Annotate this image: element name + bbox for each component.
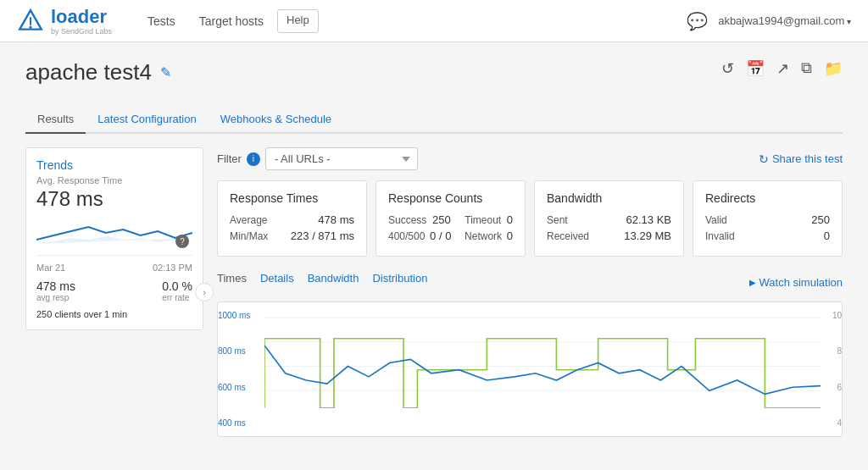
svg-point-2 xyxy=(29,25,31,28)
chart-tab-times[interactable]: Times xyxy=(217,268,247,288)
y-label-10: 10 xyxy=(825,311,842,320)
folder-icon[interactable]: 📁 xyxy=(824,59,843,78)
trends-meta: Mar 21 02:13 PM xyxy=(36,263,192,273)
trends-chart: ? xyxy=(36,214,192,248)
network-label: Network xyxy=(465,230,502,242)
trends-err-rate: 0.0 % xyxy=(162,279,192,293)
stat-card-response-times: Response Times Average 478 ms Min/Max 22… xyxy=(217,180,367,257)
stat-row-received: Received 13.29 MB xyxy=(547,229,671,242)
chart-tabs: Times Details Bandwidth Distribution xyxy=(217,268,427,288)
trends-wrapper: Trends Avg. Response Time 478 ms ? Mar 2… xyxy=(25,147,203,437)
y-label-600: 600 ms xyxy=(218,383,260,392)
navbar-right: 💬 akbajwa1994@gmail.com xyxy=(687,11,851,31)
network-value: 0 xyxy=(507,229,513,242)
stat-row-400500: 400/500 0 / 0 Network 0 xyxy=(388,229,513,242)
page-title: apache test4 xyxy=(25,59,152,86)
nav-help[interactable]: Help xyxy=(277,9,319,33)
filter-select[interactable]: - All URLs - xyxy=(265,147,418,170)
filter-label: Filter xyxy=(217,152,242,165)
minmax-label: Min/Max xyxy=(230,230,268,242)
y-label-400: 400 ms xyxy=(218,418,260,428)
trends-avg-label: Avg. Response Time xyxy=(36,175,192,185)
watch-simulation-link[interactable]: Watch simulation xyxy=(749,276,843,289)
chart-y-labels-left: 1000 ms 800 ms 600 ms 400 ms xyxy=(218,311,260,428)
chart-tab-bandwidth[interactable]: Bandwidth xyxy=(308,268,359,288)
redirects-title: Redirects xyxy=(705,191,830,205)
trends-panel: Trends Avg. Response Time 478 ms ? Mar 2… xyxy=(25,147,203,330)
trends-expand-arrow[interactable]: › xyxy=(195,283,214,301)
nav-target-hosts[interactable]: Target hosts xyxy=(189,9,274,33)
sent-value: 62.13 KB xyxy=(626,213,672,226)
stat-row-valid: Valid 250 xyxy=(705,213,830,226)
invalid-label: Invalid xyxy=(705,230,735,242)
y-label-1000: 1000 ms xyxy=(218,311,260,320)
tab-webhooks-schedule[interactable]: Webhooks & Schedule xyxy=(209,106,343,134)
copy-icon[interactable]: ⧉ xyxy=(801,59,812,78)
timeout-value: 0 xyxy=(507,213,513,226)
stat-cards: Response Times Average 478 ms Min/Max 22… xyxy=(217,180,843,257)
trends-stats: 478 ms avg resp 0.0 % err rate xyxy=(36,279,192,302)
trends-avg-resp-label: avg resp xyxy=(36,293,75,302)
y-label-6: 6 xyxy=(825,383,842,392)
response-times-title: Response Times xyxy=(230,191,354,205)
brand-sub: by SendGrid Labs xyxy=(51,28,112,36)
filter-row: Filter i - All URLs - Share this test xyxy=(217,147,843,170)
received-value: 13.29 MB xyxy=(624,229,671,242)
received-label: Received xyxy=(547,230,589,242)
refresh-icon[interactable]: ↺ xyxy=(721,59,734,78)
stat-row-average: Average 478 ms xyxy=(230,213,354,226)
trends-err-rate-label: err rate xyxy=(162,293,192,302)
page-header: apache test4 ✎ xyxy=(25,59,171,86)
share-test-link[interactable]: Share this test xyxy=(759,152,843,166)
stat-row-minmax: Min/Max 223 / 871 ms xyxy=(230,229,354,242)
brand: loader by SendGrid Labs xyxy=(17,6,112,36)
calendar-icon[interactable]: 📅 xyxy=(746,59,765,78)
chart-container: 1000 ms 800 ms 600 ms 400 ms 10 8 6 4 xyxy=(217,301,843,437)
help-icon[interactable]: ? xyxy=(175,235,189,248)
stat-row-success: Success 250 Timeout 0 xyxy=(388,213,513,226)
stat-card-bandwidth: Bandwidth Sent 62.13 KB Received 13.29 M… xyxy=(534,180,684,257)
export-icon[interactable]: ↗ xyxy=(776,59,789,78)
trends-time: 02:13 PM xyxy=(153,263,192,273)
valid-label: Valid xyxy=(705,214,727,226)
chart-tab-distribution[interactable]: Distribution xyxy=(372,268,427,288)
invalid-value: 0 xyxy=(824,229,830,242)
trends-clients: 250 clients over 1 min xyxy=(36,309,192,319)
valid-value: 250 xyxy=(811,213,830,226)
brand-logo xyxy=(17,8,44,35)
timeout-label: Timeout xyxy=(465,214,501,226)
stat-row-invalid: Invalid 0 xyxy=(705,229,830,242)
chat-icon[interactable]: 💬 xyxy=(687,11,708,31)
navbar: loader by SendGrid Labs Tests Target hos… xyxy=(0,0,868,42)
chart-y-labels-right: 10 8 6 4 xyxy=(825,311,842,428)
main-content: apache test4 ✎ ↺ 📅 ↗ ⧉ 📁 Results Latest … xyxy=(0,42,868,470)
y-label-800: 800 ms xyxy=(218,346,260,356)
stat-row-sent: Sent 62.13 KB xyxy=(547,213,671,226)
user-email[interactable]: akbajwa1994@gmail.com xyxy=(718,14,851,27)
sent-label: Sent xyxy=(547,214,568,226)
response-counts-title: Response Counts xyxy=(388,191,513,205)
nav-tests[interactable]: Tests xyxy=(137,9,186,33)
400500-label: 400/500 xyxy=(388,230,425,242)
edit-icon[interactable]: ✎ xyxy=(160,64,171,80)
average-value: 478 ms xyxy=(318,213,354,226)
tabs: Results Latest Configuration Webhooks & … xyxy=(25,106,843,134)
content-area: Trends Avg. Response Time 478 ms ? Mar 2… xyxy=(25,147,843,437)
right-panel: Filter i - All URLs - Share this test Re… xyxy=(217,147,843,437)
trends-title: Trends xyxy=(36,158,192,172)
y-label-4: 4 xyxy=(825,418,842,428)
chart-tab-details[interactable]: Details xyxy=(260,268,294,288)
success-label: Success xyxy=(388,214,426,226)
trends-avg-resp: 478 ms xyxy=(36,279,75,293)
trends-value: 478 ms xyxy=(36,187,192,211)
filter-left: Filter i - All URLs - xyxy=(217,147,418,170)
tab-latest-configuration[interactable]: Latest Configuration xyxy=(86,106,208,134)
trends-date: Mar 21 xyxy=(36,263,65,273)
success-value: 250 xyxy=(432,213,451,226)
chart-svg xyxy=(264,311,821,408)
y-label-8: 8 xyxy=(825,346,842,356)
tab-results[interactable]: Results xyxy=(25,106,86,134)
stat-card-response-counts: Response Counts Success 250 Timeout 0 40… xyxy=(376,180,526,257)
filter-info-icon[interactable]: i xyxy=(247,152,260,166)
400500-value: 0 / 0 xyxy=(430,229,451,242)
